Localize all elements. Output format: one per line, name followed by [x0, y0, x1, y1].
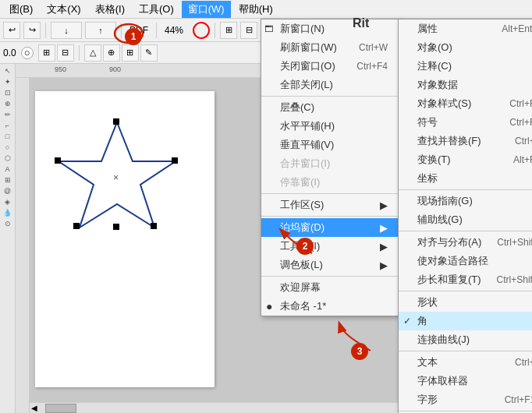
menu-item-help[interactable]: 帮助(H)	[232, 1, 279, 18]
tool-ellipse[interactable]: ○	[5, 143, 9, 151]
rp-guide[interactable]: 辅助线(G)	[399, 210, 532, 229]
sep-win-2	[261, 193, 400, 194]
grid-btn[interactable]: ⊞	[122, 44, 139, 62]
rp-object[interactable]: 对象(O)	[399, 38, 532, 57]
menu-palette[interactable]: 调色板(L) ▶	[261, 256, 400, 274]
svg-rect-5	[73, 223, 80, 229]
tool-fill[interactable]: ◈	[5, 198, 10, 206]
menu-item-tools[interactable]: 工具(O)	[133, 1, 180, 18]
ruler-mark-950: 950	[55, 65, 66, 73]
svg-rect-3	[55, 157, 61, 164]
rp-align[interactable]: 对齐与分布(A) Ctrl+Shift+A	[399, 233, 532, 252]
rp-comment[interactable]: 注释(C)	[399, 57, 532, 76]
coord-display: 0.0	[3, 48, 16, 58]
menu-docker[interactable]: 泊坞窗(D) ▶	[261, 218, 400, 237]
menu-toolbar[interactable]: 工具栏(I) ▶	[261, 237, 400, 256]
menu-close-all[interactable]: 全部关闭(L)	[261, 76, 400, 94]
tool-btn-1[interactable]: ⊞	[220, 22, 237, 39]
sep-t2	[79, 45, 80, 61]
menu-tile-v[interactable]: 垂直平铺(V)	[261, 136, 400, 154]
origin-btn[interactable]: ○	[21, 47, 34, 59]
tool-btn-2[interactable]: ⊟	[240, 22, 257, 39]
tool-interact[interactable]: ⊙	[5, 220, 11, 228]
rp-glyph[interactable]: 字形 Ctrl+F11	[399, 390, 532, 409]
svg-text:×: ×	[113, 172, 119, 183]
scroll-left-btn[interactable]: ◀	[31, 404, 37, 412]
rp-joincrv[interactable]: 连接曲线(J)	[399, 330, 532, 349]
menu-item-table[interactable]: 表格(I)	[89, 1, 131, 18]
rp-sep1	[399, 189, 532, 190]
scrollbar-h-thumb[interactable]	[45, 404, 76, 413]
menubar: 图(B) 文本(X) 表格(I) 工具(O) 窗口(W) 帮助(H)	[0, 0, 532, 19]
new-window-icon: 🗔	[264, 24, 273, 34]
rp-corner[interactable]: ✓ 角	[399, 312, 532, 330]
tool-poly[interactable]: ⬡	[5, 154, 11, 162]
menu-new-window[interactable]: 🗔 新窗口(N)	[261, 19, 400, 38]
svg-rect-4	[172, 157, 178, 164]
import-btn[interactable]: ↓	[51, 22, 82, 39]
rp-objstyle[interactable]: 对象样式(S) Ctrl+F5	[399, 94, 532, 113]
rp-sep2	[399, 231, 532, 231]
rp-sep4	[399, 351, 532, 351]
rp-transform[interactable]: 变换(T) Alt+F7	[399, 150, 532, 169]
rp-symbol[interactable]: 符号 Ctrl+F3	[399, 113, 532, 132]
tool-rect[interactable]: □	[5, 132, 9, 140]
sep-win-1	[261, 96, 400, 97]
tool-node[interactable]: ✦	[5, 78, 11, 86]
tool-eyedrop[interactable]: 💧	[3, 209, 12, 217]
menu-item-window[interactable]: 窗口(W)	[182, 1, 231, 18]
menu-window[interactable]: 🗔 新窗口(N) 刷新窗口(W) Ctrl+W 关闭窗口(O) Ctrl+F4 …	[261, 19, 401, 316]
rp-step[interactable]: 步长和重复(T) Ctrl+Shift+D	[399, 270, 532, 289]
menu-dock[interactable]: 停靠窗(I)	[261, 173, 400, 192]
lock-btn[interactable]: ⊞	[38, 44, 55, 62]
tool-zoom2[interactable]: ⊕	[5, 100, 11, 108]
menu-tile-h[interactable]: 水平平铺(H)	[261, 117, 400, 136]
menu-refresh-window[interactable]: 刷新窗口(W) Ctrl+W	[261, 38, 400, 57]
rp-fitpath[interactable]: 使对象适合路径	[399, 252, 532, 270]
canvas-page: ×	[35, 91, 215, 387]
rp-guide-g[interactable]: 现场指南(G)	[399, 192, 532, 210]
sep-win-4	[261, 276, 400, 277]
svg-rect-1	[113, 118, 119, 125]
menu-item-text[interactable]: 文本(X)	[41, 1, 87, 18]
menu-doc-name[interactable]: ● 未命名 -1*	[261, 297, 400, 316]
star-shape: ×	[39, 115, 195, 348]
tool-smart[interactable]: ⌐	[5, 122, 9, 129]
menu-welcome[interactable]: 欢迎屏幕	[261, 278, 400, 297]
undo-btn[interactable]: ↩	[3, 22, 20, 39]
export-btn[interactable]: ↑	[85, 22, 116, 39]
menu-right-panel[interactable]: 属性 Alt+Enter 对象(O) 注释(C) 对象数据 对象样式(S) Ct…	[398, 19, 532, 413]
zoom-label: 44%	[161, 25, 186, 36]
tool-spiral[interactable]: @	[4, 187, 11, 195]
align-btn[interactable]: △	[84, 44, 101, 62]
rp-text[interactable]: 文本 Ctrl+T	[399, 353, 532, 372]
rp-objdata[interactable]: 对象数据	[399, 76, 532, 94]
rp-attr[interactable]: 属性 Alt+Enter	[399, 19, 532, 38]
annotation-1-circle	[193, 22, 210, 39]
tool-freehand[interactable]: ✏	[5, 111, 11, 118]
pdf-label: PDF	[126, 25, 151, 36]
rp-fontsampler[interactable]: 字体取样器	[399, 372, 532, 390]
svg-rect-6	[151, 223, 157, 229]
left-sidebar: ↖ ✦ ⊡ ⊕ ✏ ⌐ □ ○ ⬡ A ⊞ @ ◈ 💧 ⊙	[0, 64, 16, 413]
menu-item-image[interactable]: 图(B)	[3, 1, 39, 18]
rp-coord[interactable]: 坐标	[399, 169, 532, 188]
rp-shape[interactable]: 形状	[399, 293, 532, 312]
menu-workspace[interactable]: 工作区(S) ▶	[261, 196, 400, 214]
tool-table2[interactable]: ⊞	[5, 176, 11, 184]
menu-close-window[interactable]: 关闭窗口(O) Ctrl+F4	[261, 57, 400, 76]
sep-2	[121, 23, 122, 38]
sep-win-3	[261, 216, 400, 217]
snap2-btn[interactable]: ⊕	[103, 44, 120, 62]
menu-merge[interactable]: 合并窗口(I)	[261, 154, 400, 173]
tool-crop[interactable]: ⊡	[5, 89, 11, 97]
tool-text2[interactable]: A	[5, 165, 9, 173]
ruler-left	[16, 78, 30, 413]
rp-sep5	[399, 411, 532, 411]
snap-btn[interactable]: ⊟	[57, 44, 74, 62]
rp-find[interactable]: 查找并替换(F) Ctrl+F	[399, 132, 532, 150]
menu-cascade[interactable]: 层叠(C)	[261, 98, 400, 117]
redo-btn[interactable]: ↪	[23, 22, 41, 39]
tool-arrow[interactable]: ↖	[5, 67, 11, 75]
guide-btn[interactable]: ✎	[140, 44, 158, 62]
